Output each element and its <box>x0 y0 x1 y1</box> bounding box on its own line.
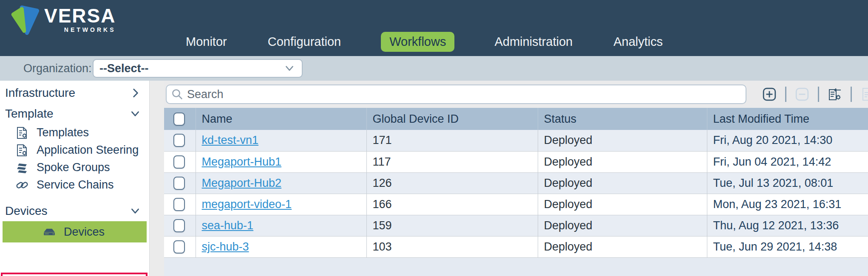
column-header-name[interactable]: Name <box>196 108 366 130</box>
tab-workflows[interactable]: Workflows <box>381 32 454 52</box>
table-row: sjc-hub-3 103 Deployed Tue, Jun 29 2021,… <box>164 236 868 257</box>
device-name-link[interactable]: Megaport-Hub2 <box>202 177 282 189</box>
cell-last-modified: Fri, Jun 04 2021, 14:42 <box>707 151 868 172</box>
row-checkbox[interactable] <box>173 177 185 190</box>
main-panel: Name Global Device ID Status Last Modifi… <box>164 81 868 276</box>
search-icon <box>171 88 184 101</box>
cell-global-device-id: 159 <box>366 215 538 236</box>
device-name-link[interactable]: sea-hub-1 <box>202 219 254 232</box>
toolbar-separator <box>851 87 852 102</box>
table-row: sea-hub-1 159 Deployed Thu, Aug 12 2021,… <box>164 215 868 236</box>
template-doc-gear-icon <box>15 144 29 157</box>
table-row: kd-test-vn1 171 Deployed Fri, Aug 20 202… <box>164 130 868 151</box>
table-row: Megaport-Hub2 126 Deployed Tue, Jul 13 2… <box>164 172 868 194</box>
cell-status: Deployed <box>538 172 707 194</box>
cell-global-device-id: 103 <box>366 236 538 257</box>
cell-last-modified: Mon, Aug 23 2021, 16:31 <box>707 194 868 215</box>
sidebar-item-spoke-groups[interactable]: Spoke Groups <box>0 159 149 176</box>
sidebar-item-service-chains[interactable]: Service Chains <box>0 176 149 194</box>
template-doc-icon <box>860 87 868 101</box>
tab-administration[interactable]: Administration <box>494 32 573 52</box>
row-checkbox[interactable] <box>173 155 185 169</box>
row-checkbox[interactable] <box>173 240 185 253</box>
sidebar-item-application-steering[interactable]: Application Steering <box>0 141 149 159</box>
table-header-row: Name Global Device ID Status Last Modifi… <box>164 108 868 130</box>
row-checkbox[interactable] <box>173 134 185 147</box>
sidebar-item-label: Devices <box>64 225 105 239</box>
versa-director-app: VERSA NETWORKS Monitor Configuration Wor… <box>0 0 868 276</box>
cell-global-device-id: 126 <box>366 172 538 194</box>
versa-logo: VERSA NETWORKS <box>9 3 116 37</box>
table-footer-area <box>164 258 868 276</box>
layers-stack-icon <box>15 161 29 175</box>
sidebar-item-label: Spoke Groups <box>37 161 110 174</box>
red-annotation-box <box>1 273 148 276</box>
column-header-global-device-id[interactable]: Global Device ID <box>366 108 538 130</box>
cell-last-modified: Tue, Jul 13 2021, 08:01 <box>707 172 868 194</box>
devices-table: Name Global Device ID Status Last Modifi… <box>164 108 868 258</box>
cell-last-modified: Tue, Jun 29 2021, 14:38 <box>707 236 868 257</box>
device-name-link[interactable]: sjc-hub-3 <box>202 240 249 253</box>
top-navbar: VERSA NETWORKS Monitor Configuration Wor… <box>0 0 868 56</box>
device-toolbar <box>164 81 868 108</box>
table-row: megaport-video-1 166 Deployed Mon, Aug 2… <box>164 194 868 215</box>
template-workflow-icon[interactable] <box>828 87 842 101</box>
table-row: Megaport-Hub1 117 Deployed Fri, Jun 04 2… <box>164 151 868 172</box>
sidebar-gutter <box>150 81 164 276</box>
row-checkbox[interactable] <box>173 219 185 232</box>
search-box <box>166 84 746 104</box>
sidebar-item-label: Service Chains <box>37 178 114 192</box>
organization-label: Organization: <box>23 62 92 75</box>
sidebar-section-template[interactable]: Template <box>0 103 149 124</box>
tab-monitor[interactable]: Monitor <box>185 32 228 52</box>
tab-configuration[interactable]: Configuration <box>267 32 342 52</box>
sidebar: Infrastructure Template <box>0 81 150 276</box>
sidebar-section-label: Infrastructure <box>5 86 75 100</box>
organization-bar: Organization: --Select-- <box>0 56 868 81</box>
device-name-link[interactable]: Megaport-Hub1 <box>202 155 282 168</box>
chevron-down-icon <box>130 206 141 217</box>
sidebar-section-devices[interactable]: Devices <box>0 200 149 221</box>
cell-status: Deployed <box>538 236 707 257</box>
sidebar-section-label: Devices <box>5 204 48 218</box>
select-all-checkbox[interactable] <box>173 113 185 126</box>
cell-global-device-id: 117 <box>366 151 538 172</box>
toolbar-actions <box>762 81 868 108</box>
column-header-status[interactable]: Status <box>538 108 707 130</box>
brand-tagline: NETWORKS <box>44 26 116 33</box>
chevron-down-icon <box>284 63 295 74</box>
sidebar-item-label: Application Steering <box>37 144 139 157</box>
tab-analytics[interactable]: Analytics <box>613 32 664 52</box>
cell-status: Deployed <box>538 215 707 236</box>
add-icon[interactable] <box>762 87 777 101</box>
row-checkbox[interactable] <box>173 198 185 211</box>
versa-logo-icon <box>9 3 40 37</box>
sidebar-item-devices[interactable]: Devices <box>3 221 147 242</box>
column-header-last-modified-time[interactable]: Last Modified Time <box>707 108 868 130</box>
appliance-icon <box>43 225 56 239</box>
cell-last-modified: Fri, Aug 20 2021, 14:30 <box>707 130 868 151</box>
chain-link-icon <box>15 178 29 192</box>
device-name-link[interactable]: megaport-video-1 <box>202 198 292 211</box>
chevron-right-icon <box>130 87 141 99</box>
toolbar-separator <box>818 87 819 102</box>
organization-select-value: --Select-- <box>94 62 284 75</box>
sidebar-section-label: Template <box>5 107 54 121</box>
toolbar-separator <box>785 87 786 102</box>
brand-wordmark: VERSA <box>44 6 116 25</box>
cell-status: Deployed <box>538 194 707 215</box>
device-name-link[interactable]: kd-test-vn1 <box>202 134 259 146</box>
template-doc-gear-icon <box>15 126 29 140</box>
cell-global-device-id: 171 <box>366 130 538 151</box>
main-nav: Monitor Configuration Workflows Administ… <box>185 32 664 52</box>
cell-last-modified: Thu, Aug 12 2021, 13:36 <box>707 215 868 236</box>
chevron-down-icon <box>130 108 141 119</box>
sidebar-item-label: Templates <box>37 126 89 139</box>
remove-icon <box>795 87 809 101</box>
cell-global-device-id: 166 <box>366 194 538 215</box>
search-input[interactable] <box>187 88 746 101</box>
sidebar-section-infrastructure[interactable]: Infrastructure <box>0 82 149 103</box>
sidebar-item-templates[interactable]: Templates <box>0 124 149 141</box>
organization-select[interactable]: --Select-- <box>93 59 303 78</box>
cell-status: Deployed <box>538 151 707 172</box>
